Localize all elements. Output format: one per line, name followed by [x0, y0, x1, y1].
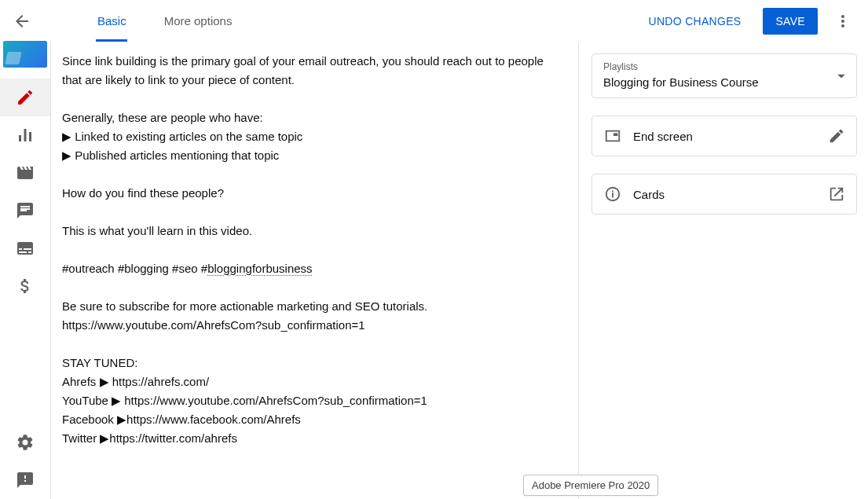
gear-icon — [16, 433, 35, 452]
open-in-new-icon — [828, 185, 845, 203]
topbar: Basic More options UNDO CHANGES SAVE — [0, 0, 868, 42]
description-textarea[interactable]: Since link building is the primary goal … — [62, 52, 566, 448]
side-column: Playlists Blogging for Business Course E… — [579, 42, 868, 499]
rail-settings[interactable] — [0, 424, 50, 461]
cards-label: Cards — [633, 188, 817, 201]
end-screen-card[interactable]: End screen — [591, 116, 857, 156]
dollar-icon — [16, 277, 35, 295]
feedback-icon — [16, 471, 35, 490]
dock-tooltip: Adobe Premiere Pro 2020 — [523, 475, 658, 496]
rail-comments[interactable] — [0, 192, 50, 229]
open-cards-button[interactable] — [828, 185, 845, 203]
description-column: Since link building is the primary goal … — [51, 42, 579, 499]
tab-basic[interactable]: Basic — [79, 0, 145, 42]
edit-end-screen-button[interactable] — [828, 127, 845, 145]
video-thumbnail[interactable] — [3, 41, 47, 68]
back-button[interactable] — [6, 6, 38, 37]
content-area: Since link building is the primary goal … — [50, 42, 868, 499]
arrow-left-icon — [13, 12, 31, 31]
tabs: Basic More options — [79, 0, 251, 42]
pencil-icon — [828, 127, 845, 145]
playlists-value: Blogging for Business Course — [603, 75, 845, 89]
rail-subtitles[interactable] — [0, 229, 50, 267]
rail-analytics[interactable] — [0, 116, 50, 154]
siderail — [0, 42, 50, 499]
body: Since link building is the primary goal … — [0, 42, 868, 499]
more-vert-icon — [833, 12, 852, 31]
end-screen-icon — [603, 127, 622, 145]
pencil-icon — [16, 88, 35, 107]
tab-more-options[interactable]: More options — [145, 0, 251, 42]
analytics-icon — [16, 126, 35, 145]
rail-feedback[interactable] — [0, 461, 50, 499]
caret-down-icon — [837, 74, 845, 78]
rail-details[interactable] — [0, 79, 50, 116]
undo-changes-button[interactable]: UNDO CHANGES — [641, 15, 749, 28]
playlists-label: Playlists — [603, 61, 845, 72]
playlists-select[interactable]: Playlists Blogging for Business Course — [591, 53, 857, 98]
save-button[interactable]: SAVE — [763, 8, 818, 35]
info-icon — [603, 185, 622, 203]
film-icon — [16, 163, 35, 182]
end-screen-label: End screen — [633, 130, 817, 143]
rail-editor[interactable] — [0, 154, 50, 192]
rail-monetization[interactable] — [0, 267, 50, 305]
comment-icon — [16, 201, 35, 220]
more-menu-button[interactable] — [827, 6, 859, 37]
subtitles-icon — [16, 239, 35, 258]
cards-card[interactable]: Cards — [591, 174, 857, 215]
